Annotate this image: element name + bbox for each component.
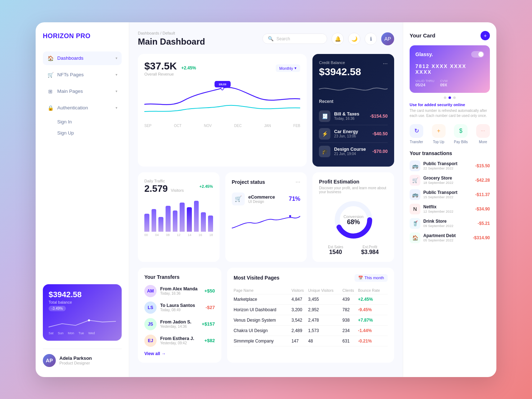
est-sales-value: 1540 bbox=[328, 249, 343, 255]
col-clients: Clients bbox=[342, 287, 358, 294]
txn-amount: -$70.00 bbox=[373, 149, 388, 154]
header-actions: 🔍 Search 🔔 🌙 ℹ AP bbox=[262, 32, 394, 45]
transactions-list: 🚌 Public Transport 22 September 2022 -$1… bbox=[410, 160, 490, 243]
sidebar-item-authentication[interactable]: 🔒 Authentication ▾ bbox=[43, 101, 122, 115]
cvv-label: CVW bbox=[440, 79, 448, 83]
view-all-button[interactable]: View all → bbox=[144, 351, 215, 356]
user-name: Adela Parkson bbox=[59, 355, 92, 361]
transfer-name: From Jadon S. bbox=[160, 319, 191, 325]
bar-labels: 00040812141618 bbox=[144, 233, 213, 237]
txn-icon: 🛒 bbox=[410, 175, 420, 186]
sidebar-item-main-pages[interactable]: ⊞ Main Pages ▾ bbox=[43, 85, 122, 98]
txn-name: Drink Store bbox=[423, 219, 453, 224]
col-unique: Unique Visitors bbox=[308, 287, 342, 294]
txn-icon: 🚌 bbox=[410, 160, 420, 171]
dot-1[interactable] bbox=[448, 96, 451, 99]
dark-mode-btn[interactable]: 🌙 bbox=[348, 33, 360, 45]
period-selector[interactable]: Monthly ▾ bbox=[276, 64, 301, 72]
profit-sub: Discover your profit, and learn more abo… bbox=[319, 186, 388, 194]
dot-2 bbox=[453, 96, 456, 99]
transfer-amount: +$82 bbox=[204, 338, 215, 343]
revenue-card: $37.5K +2.45% Overall Revenue Monthly ▾ bbox=[138, 54, 307, 167]
home-icon: 🏠 bbox=[47, 55, 54, 62]
cell-clients: 439 bbox=[342, 294, 358, 304]
txn-icon: 🚌 bbox=[410, 189, 420, 200]
your-transactions-title: Your transactions bbox=[410, 150, 490, 156]
txn-amount: -$40.50 bbox=[373, 131, 388, 136]
info-btn[interactable]: ℹ bbox=[365, 33, 377, 45]
transfer-date: Yesterday, 14:36 bbox=[160, 325, 191, 328]
cell-clients: 234 bbox=[342, 325, 358, 336]
table-row: Venus Design System 3,542 2,478 938 +7.8… bbox=[234, 315, 388, 325]
cell-bounce: -9.45% bbox=[358, 304, 388, 315]
txn-name: Public Transport bbox=[423, 161, 457, 166]
txn-amount: -$34.90 bbox=[475, 207, 490, 212]
most-visited-title: Most Visited Pages bbox=[234, 275, 279, 281]
list-item: 🥤 Drink Store 09 September 2022 -$5.21 bbox=[410, 218, 490, 229]
list-item: 🚌 Public Transport 22 September 2022 -$1… bbox=[410, 160, 490, 171]
pay-bills-action[interactable]: $ Pay Bills bbox=[454, 124, 468, 144]
bar-7 bbox=[194, 201, 199, 232]
sidebar-item-label: NFTs Pages bbox=[57, 72, 84, 77]
txn-icon: N bbox=[410, 204, 420, 214]
project-name: eCommerce bbox=[248, 194, 275, 200]
logo-text: HORIZON bbox=[43, 32, 74, 40]
cell-clients: 938 bbox=[342, 315, 358, 325]
table-row: Simmmple Company 147 48 631 -0.21% bbox=[234, 336, 388, 346]
cell-page-name: Venus Design System bbox=[234, 315, 292, 325]
cell-unique: 2,478 bbox=[308, 315, 342, 325]
add-card-btn[interactable]: + bbox=[481, 31, 490, 40]
sidebar-item-nfts[interactable]: 🛒 NFTs Pages ▾ bbox=[43, 68, 122, 82]
avatar: AP bbox=[43, 354, 56, 367]
sidebar: HORIZON PRO 🏠 Dashboards ▾ 🛒 NFTs Pages … bbox=[36, 22, 129, 377]
this-month-btn[interactable]: 📅 This month bbox=[355, 274, 388, 282]
sidebar-item-sign-in[interactable]: Sign In bbox=[43, 118, 122, 126]
svg-point-0 bbox=[88, 319, 90, 321]
profit-estimation-card: Profit Estimation Discover your profit, … bbox=[312, 172, 394, 262]
txn-icon: 🥤 bbox=[410, 218, 420, 229]
txn-date: 23 Jun, 13:06 bbox=[334, 134, 358, 138]
more-icon[interactable]: ··· bbox=[296, 179, 300, 185]
notification-btn[interactable]: 🔔 bbox=[332, 33, 344, 45]
est-sales-label: Est.Sales bbox=[328, 245, 343, 249]
recent-label: Recent bbox=[319, 99, 388, 104]
txn-date: 05 September 2022 bbox=[423, 238, 456, 242]
credit-amount: $3942.58 bbox=[319, 66, 361, 78]
pay-bills-label: Pay Bills bbox=[454, 140, 468, 144]
transfer-action[interactable]: ↻ Transfer bbox=[410, 124, 423, 144]
your-transfers-card: Your Transfers AM From Alex Manda Today,… bbox=[138, 268, 221, 363]
daily-traffic-amount: 2.579 bbox=[144, 183, 168, 194]
list-item: 🛒 Grocery Store 18 September 2022 -$42.2… bbox=[410, 175, 490, 186]
project-status-header: Project status ··· bbox=[232, 179, 301, 185]
security-note: Use for added security online bbox=[410, 103, 490, 107]
txn-date: Today, 16:36 bbox=[334, 117, 359, 121]
cell-page-name: Simmmple Company bbox=[234, 336, 292, 346]
cell-page-name: Horizon UI Dashboard bbox=[234, 304, 292, 315]
sidebar-item-dashboards[interactable]: 🏠 Dashboards ▾ bbox=[43, 51, 122, 65]
credit-balance-card: Credit Balance $3942.58 ··· Recent bbox=[312, 54, 394, 167]
sidebar-item-sign-up[interactable]: Sign Up bbox=[43, 129, 122, 137]
card-toggle[interactable] bbox=[471, 51, 484, 58]
bar-9 bbox=[208, 216, 213, 232]
more-icon[interactable]: ··· bbox=[383, 60, 388, 67]
valid-thru-label: VALID THRU bbox=[415, 79, 434, 83]
top-up-action[interactable]: + Top Up bbox=[432, 124, 446, 144]
project-sub: UI Design bbox=[248, 200, 275, 204]
top-up-icon: + bbox=[432, 124, 446, 138]
chevron-icon: ▾ bbox=[116, 56, 117, 60]
transfer-item-0: AM From Alex Manda Today, 16:36 +$50 bbox=[144, 285, 215, 297]
txn-name: Grocery Store bbox=[423, 176, 453, 181]
visited-table-body: Marketplace 4,847 3,455 439 +2.45% Horiz… bbox=[234, 294, 388, 346]
search-box[interactable]: 🔍 Search bbox=[262, 33, 327, 44]
txn-amount: -$314.90 bbox=[473, 235, 490, 240]
transaction-item-0: 🧾 Bill & Taxes Today, 16:36 -$154.50 bbox=[319, 108, 388, 125]
logo: HORIZON PRO bbox=[43, 32, 122, 40]
bar-8 bbox=[201, 212, 206, 232]
profile-btn[interactable]: AP bbox=[381, 32, 394, 45]
list-item: 🚌 Public Transport 15 September 2022 -$1… bbox=[410, 189, 490, 200]
svg-text:$39,030: $39,030 bbox=[219, 83, 226, 86]
bar-1 bbox=[152, 209, 157, 232]
top-up-label: Top Up bbox=[433, 140, 445, 144]
bar-chart bbox=[144, 199, 213, 232]
more-action[interactable]: ··· More bbox=[476, 124, 490, 144]
